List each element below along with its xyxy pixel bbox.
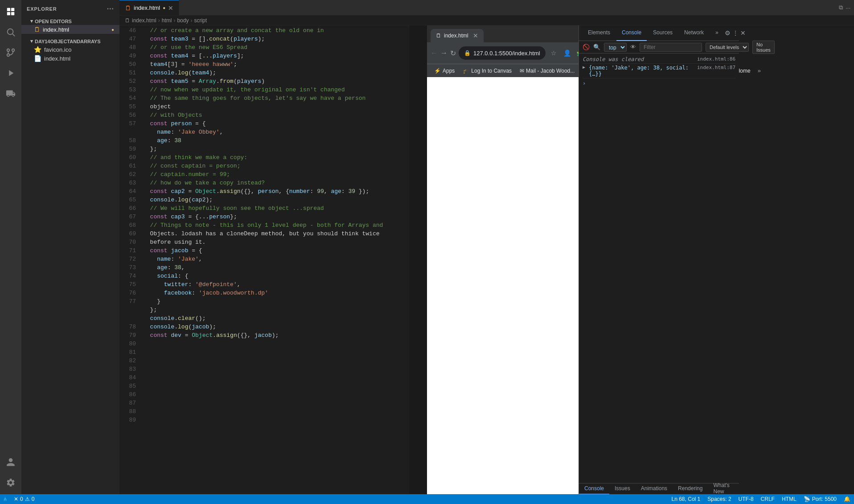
- explorer-icon[interactable]: [3, 4, 19, 20]
- status-encoding[interactable]: UTF-8: [735, 494, 757, 504]
- open-editors-label[interactable]: ▾ Open Editors: [21, 17, 119, 25]
- profile-icon[interactable]: 👤: [561, 47, 573, 59]
- dt-tab-issues[interactable]: Issues: [609, 484, 636, 495]
- dt-tab-animations[interactable]: Animations: [636, 484, 673, 495]
- prompt-caret-icon: ›: [583, 80, 586, 86]
- bookmarks-more-button[interactable]: »: [755, 66, 764, 76]
- browser-tab-close[interactable]: ✕: [473, 32, 478, 39]
- canvas-bookmark-icon: 🎓: [463, 68, 469, 74]
- console-input[interactable]: [587, 80, 735, 86]
- dt-tab-rendering[interactable]: Rendering: [673, 484, 708, 495]
- minimap: [409, 25, 427, 494]
- status-errors[interactable]: ✕ 0 ⚠ 0: [10, 494, 38, 504]
- browser-tab-index-html[interactable]: 🗒 index.html ✕: [431, 29, 484, 42]
- console-source-1[interactable]: index.html:87: [697, 65, 735, 70]
- code-editor[interactable]: 4647484950 5152535455 5657 5859 60616263…: [119, 25, 427, 494]
- sidebar-item-index-html-open[interactable]: 🗒 index.html: [21, 25, 119, 34]
- expand-arrow-icon[interactable]: ▶: [583, 65, 585, 70]
- svg-rect-0: [7, 8, 10, 11]
- console-clear-btn[interactable]: 🚫: [583, 42, 590, 52]
- account-icon[interactable]: [3, 454, 19, 470]
- bell-icon: 🔔: [844, 496, 850, 502]
- status-language[interactable]: HTML: [778, 494, 800, 504]
- tab-index-html[interactable]: 🗒 index.html ● ✕: [119, 0, 179, 15]
- devtools-close-icon[interactable]: ✕: [740, 29, 746, 37]
- console-eye-btn[interactable]: 👁: [630, 42, 636, 52]
- breadcrumb-html[interactable]: 🗒 index.html: [125, 17, 156, 24]
- split-editor-icon[interactable]: ⧉: [839, 4, 843, 11]
- browser-viewport: [427, 77, 579, 494]
- bookmark-star-icon[interactable]: ☆: [548, 47, 560, 59]
- more-actions-icon[interactable]: ···: [846, 4, 850, 11]
- breadcrumb: 🗒 index.html › html › body › script: [119, 16, 854, 25]
- tab-close-button[interactable]: ✕: [168, 4, 173, 12]
- status-endings[interactable]: CRLF: [757, 494, 778, 504]
- tab-file-icon: 🗒: [125, 4, 131, 12]
- devtools-more-icon[interactable]: ⋮: [732, 29, 739, 37]
- console-content: Console was cleared index.html:86 ▶ {nam…: [579, 53, 739, 483]
- svg-point-6: [7, 54, 10, 57]
- bookmark-mail[interactable]: ✉ Mail - Jacob Wood...: [516, 67, 578, 75]
- status-line-col[interactable]: Ln 68, Col 1: [668, 494, 704, 504]
- run-icon[interactable]: [3, 65, 19, 81]
- status-spaces[interactable]: Spaces: 2: [704, 494, 735, 504]
- svg-rect-1: [11, 8, 14, 11]
- project-section: ▾ DAY14OBJECTANDARRAYS ⭐ favicon.ico 📄 i…: [21, 36, 119, 65]
- bookmark-canvas[interactable]: 🎓 Log In to Canvas: [459, 67, 515, 75]
- error-icon: ✕: [14, 496, 18, 502]
- devtools-settings-icon[interactable]: ⚙: [725, 29, 731, 37]
- breadcrumb-script-tag[interactable]: script: [194, 17, 207, 24]
- devtools-toolbar-right: ⚙ ⋮ ✕: [725, 29, 746, 37]
- svg-line-5: [12, 34, 15, 36]
- lock-icon: 🔒: [464, 50, 471, 56]
- sidebar-header: Explorer ⋯: [21, 0, 119, 16]
- console-obj-text[interactable]: {name: 'Jake', age: 38, social: {…}}: [589, 65, 694, 77]
- console-filter-input[interactable]: [640, 43, 702, 52]
- breadcrumb-html-tag[interactable]: html: [162, 17, 172, 24]
- address-bar[interactable]: 🔒 127.0.0.1:5500/index.html: [459, 46, 546, 60]
- devtools-tab-elements[interactable]: Elements: [583, 25, 616, 41]
- devtools-tab-console[interactable]: Console: [616, 25, 647, 41]
- devtools-tab-more[interactable]: »: [710, 25, 724, 41]
- browser-tabs: 🗒 index.html ✕: [427, 25, 579, 42]
- open-editors-section: ▾ Open Editors 🗒 index.html: [21, 16, 119, 36]
- bookmark-apps[interactable]: ⚡ Apps: [431, 67, 458, 75]
- svg-rect-3: [11, 12, 14, 15]
- editor-area: 🗒 index.html ● ✕ ⧉ ··· 🗒 index.html ›: [119, 0, 854, 494]
- console-source-0[interactable]: index.html:86: [697, 56, 735, 62]
- settings-icon[interactable]: [3, 475, 19, 491]
- status-bar: ⑃ ✕ 0 ⚠ 0 Ln 68, Col 1 Spaces: 2 UTF-8 C…: [0, 494, 854, 504]
- code-content[interactable]: // or create a new array and concat the …: [140, 25, 409, 494]
- status-port[interactable]: 📡 Port: 5500: [800, 494, 840, 504]
- status-right: Ln 68, Col 1 Spaces: 2 UTF-8 CRLF HTML 📡…: [668, 494, 854, 504]
- forward-button[interactable]: →: [440, 47, 448, 59]
- devtools-tab-sources[interactable]: Sources: [648, 25, 678, 41]
- dt-tab-whatsnew[interactable]: What's New: [708, 484, 739, 495]
- source-control-icon[interactable]: [3, 45, 19, 61]
- console-context-select[interactable]: top: [604, 43, 627, 52]
- sidebar-item-favicon[interactable]: ⭐ favicon.ico: [21, 45, 119, 54]
- devtools-tab-network[interactable]: Network: [679, 25, 709, 41]
- browser-tab-favicon: 🗒: [436, 33, 441, 39]
- status-left: ⑃ ✕ 0 ⚠ 0: [0, 494, 38, 504]
- devtools-pane: Elements Console Sources Network »: [579, 25, 739, 494]
- breadcrumb-body-tag[interactable]: body: [177, 17, 189, 24]
- status-branch[interactable]: ⑃: [0, 494, 10, 504]
- reload-button[interactable]: ↻: [450, 47, 456, 59]
- tab-modified-dot: ●: [163, 5, 165, 10]
- svg-point-4: [8, 29, 13, 35]
- console-line-obj: ▶ {name: 'Jake', age: 38, social: {…}} i…: [583, 64, 735, 78]
- back-button[interactable]: ←: [431, 47, 438, 59]
- html-file-icon: 🗒: [34, 26, 40, 33]
- extensions-icon[interactable]: [3, 86, 19, 102]
- svg-point-8: [12, 49, 15, 52]
- search-icon[interactable]: [3, 24, 19, 40]
- status-bell[interactable]: 🔔: [840, 494, 854, 504]
- console-filter-btn[interactable]: 🔍: [593, 42, 600, 52]
- sidebar-new-file-icon[interactable]: ⋯: [107, 4, 114, 13]
- console-level-select[interactable]: Default levels: [706, 43, 749, 52]
- sidebar-item-index-html[interactable]: 📄 index.html: [21, 54, 119, 63]
- dt-tab-console[interactable]: Console: [579, 484, 609, 495]
- project-label[interactable]: ▾ DAY14OBJECTANDARRAYS: [21, 37, 119, 45]
- devtools-toolbar: Elements Console Sources Network »: [579, 25, 739, 41]
